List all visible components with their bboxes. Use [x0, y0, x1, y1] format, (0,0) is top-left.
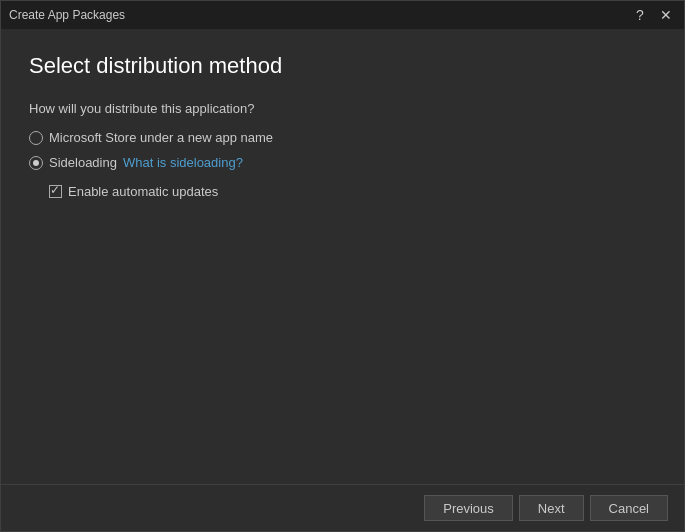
microsoft-store-label: Microsoft Store under a new app name — [49, 130, 273, 145]
titlebar: Create App Packages ? ✕ — [1, 1, 684, 29]
sideloading-label: Sideloading — [49, 155, 117, 170]
auto-updates-label: Enable automatic updates — [68, 184, 218, 199]
content-area: Select distribution method How will you … — [1, 29, 684, 484]
cancel-button[interactable]: Cancel — [590, 495, 668, 521]
sideloading-link[interactable]: What is sideloading? — [123, 155, 243, 170]
titlebar-title: Create App Packages — [9, 8, 125, 22]
option-microsoft-store-row: Microsoft Store under a new app name — [29, 130, 656, 145]
auto-updates-checkbox[interactable] — [49, 185, 62, 198]
page-title: Select distribution method — [29, 53, 656, 79]
spacer — [29, 199, 656, 468]
sideloading-radio[interactable] — [29, 156, 43, 170]
option-sideloading-row: Sideloading What is sideloading? — [29, 155, 656, 170]
previous-button[interactable]: Previous — [424, 495, 513, 521]
footer: Previous Next Cancel — [1, 484, 684, 531]
close-button[interactable]: ✕ — [656, 5, 676, 25]
next-button[interactable]: Next — [519, 495, 584, 521]
question-label: How will you distribute this application… — [29, 101, 656, 116]
microsoft-store-radio[interactable] — [29, 131, 43, 145]
help-button[interactable]: ? — [630, 5, 650, 25]
titlebar-controls: ? ✕ — [630, 5, 676, 25]
window: Create App Packages ? ✕ Select distribut… — [0, 0, 685, 532]
auto-updates-row: Enable automatic updates — [49, 184, 656, 199]
